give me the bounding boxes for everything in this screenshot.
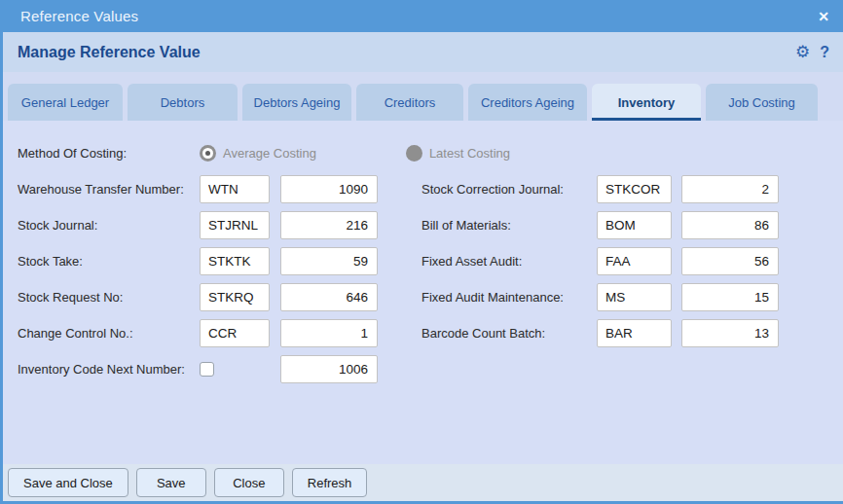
left-field-column: Warehouse Transfer Number: Stock Journal… [18,174,378,390]
page-header: Manage Reference Value ⚙ ? [3,32,843,72]
stock-correction-number-input[interactable] [681,175,779,203]
stock-request-number-input[interactable] [280,283,378,311]
field-label: Bill of Materials: [422,218,597,233]
radio-selected-icon[interactable] [200,145,216,162]
field-label: Fixed Audit Maintenance: [422,290,597,305]
radio-unselected-icon[interactable] [406,145,422,162]
change-control-code-input[interactable] [200,319,270,347]
window-title: Reference Values [20,8,138,24]
fixed-audit-maintenance-number-input[interactable] [681,283,779,311]
radio-latest-costing-label: Latest Costing [429,146,510,161]
radio-latest-costing[interactable]: Latest Costing [406,145,510,162]
button-bar: Save and Close Save Close Refresh [3,464,843,501]
field-row-stock-request: Stock Request No: [18,282,378,311]
tab-creditors[interactable]: Creditors [356,84,463,121]
tab-general-ledger[interactable]: General Ledger [8,84,123,121]
refresh-button[interactable]: Refresh [292,468,368,497]
radio-average-costing[interactable]: Average Costing [200,145,316,162]
gear-icon[interactable]: ⚙ [795,44,810,60]
tab-debtors[interactable]: Debtors [128,84,238,121]
barcode-count-batch-code-input[interactable] [597,319,672,347]
help-icon[interactable]: ? [820,45,829,60]
field-label: Inventory Code Next Number: [18,362,200,377]
fixed-asset-audit-code-input[interactable] [597,247,672,275]
field-label: Stock Journal: [18,218,200,233]
title-bar: Reference Values ✕ [0,0,843,32]
field-row-inventory-code-next-number: Inventory Code Next Number: [18,354,378,383]
stock-journal-code-input[interactable] [200,211,270,239]
field-label: Change Control No.: [18,326,200,341]
radio-average-costing-label: Average Costing [223,146,316,161]
field-row-bill-of-materials: Bill of Materials: [422,210,779,239]
method-of-costing-row: Method Of Costing: Average Costing Lates… [18,138,510,167]
save-and-close-button[interactable]: Save and Close [8,468,128,497]
inventory-tab-panel: Method Of Costing: Average Costing Lates… [3,121,843,461]
close-icon[interactable]: ✕ [818,10,829,23]
field-label: Stock Request No: [18,290,200,305]
method-of-costing-label: Method Of Costing: [18,146,200,161]
stock-request-code-input[interactable] [200,283,270,311]
field-row-barcode-count-batch: Barcode Count Batch: [422,318,779,347]
field-row-stock-journal: Stock Journal: [18,210,378,239]
field-row-fixed-asset-audit: Fixed Asset Audit: [422,246,779,275]
field-label: Barcode Count Batch: [422,326,597,341]
field-label: Fixed Asset Audit: [422,254,597,269]
header-icons: ⚙ ? [795,44,829,60]
field-row-fixed-audit-maintenance: Fixed Audit Maintenance: [422,282,779,311]
reference-values-dialog: Reference Values ✕ Manage Reference Valu… [0,0,843,504]
field-row-stock-take: Stock Take: [18,246,378,275]
page-title: Manage Reference Value [18,44,201,61]
field-row-warehouse-transfer-number: Warehouse Transfer Number: [18,174,378,203]
fixed-asset-audit-number-input[interactable] [681,247,779,275]
field-label: Stock Take: [18,254,200,269]
field-label: Warehouse Transfer Number: [18,182,200,197]
bill-of-materials-code-input[interactable] [597,211,672,239]
tab-inventory[interactable]: Inventory [592,84,701,121]
stock-correction-code-input[interactable] [597,175,672,203]
field-row-change-control: Change Control No.: [18,318,378,347]
stock-take-number-input[interactable] [280,247,378,275]
warehouse-transfer-number-input[interactable] [280,175,378,203]
tab-bar: General Ledger Debtors Debtors Ageing Cr… [3,72,843,121]
stock-take-code-input[interactable] [200,247,270,275]
change-control-number-input[interactable] [280,319,378,347]
save-button[interactable]: Save [136,468,206,497]
tab-job-costing[interactable]: Job Costing [706,84,818,121]
tab-creditors-ageing[interactable]: Creditors Ageing [468,84,587,121]
inventory-code-next-number-input[interactable] [280,355,378,383]
field-row-stock-correction-journal: Stock Correction Journal: [422,174,779,203]
fixed-audit-maintenance-code-input[interactable] [597,283,672,311]
close-button[interactable]: Close [214,468,284,497]
field-label: Stock Correction Journal: [422,182,597,197]
barcode-count-batch-number-input[interactable] [681,319,779,347]
stock-journal-number-input[interactable] [280,211,378,239]
tab-debtors-ageing[interactable]: Debtors Ageing [242,84,351,121]
warehouse-transfer-code-input[interactable] [200,175,270,203]
bill-of-materials-number-input[interactable] [681,211,779,239]
right-field-column: Stock Correction Journal: Bill of Materi… [422,174,779,354]
inventory-code-checkbox[interactable] [200,362,214,377]
